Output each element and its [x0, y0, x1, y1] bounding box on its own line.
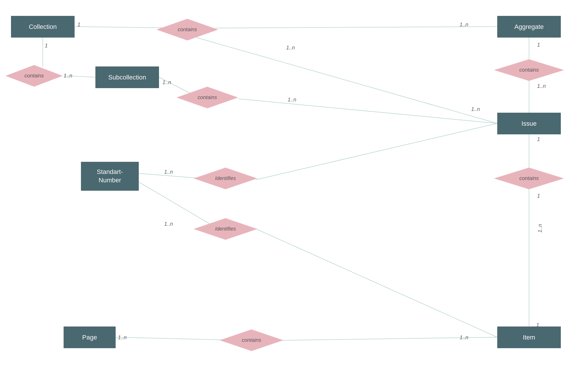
entity-subcollection: Subcollection	[95, 66, 159, 88]
diamond-contains-left: contains	[8, 65, 60, 87]
card-1-contains-issue-bottom: 1	[537, 193, 540, 199]
card-1n-agg-contains-bottom: 1..n	[537, 83, 546, 89]
svg-line-6	[238, 99, 497, 123]
diamond-identifies-bot: Identifies	[197, 218, 254, 240]
diamond-contains-page: contains	[223, 329, 280, 351]
diamond-contains-sub: contains	[179, 87, 235, 108]
card-1n-identifies-top-left: 1..n	[164, 169, 173, 175]
card-1n-identifies-bot-left: 1..n	[164, 221, 173, 227]
card-1n-item-left: 1..n	[460, 335, 468, 341]
entity-issue: Issue	[497, 113, 561, 134]
card-1-issue-top: 1	[537, 136, 540, 142]
card-1n-item-top: 1..n	[537, 224, 543, 233]
card-1-aggregate-bottom: 1	[537, 42, 540, 48]
diamond-contains-issue: contains	[497, 168, 561, 189]
entity-standart-number: Standart-Number	[81, 162, 139, 191]
svg-line-12	[256, 123, 497, 180]
svg-line-1	[215, 27, 497, 28]
card-1n-page-right: 1..n	[118, 335, 127, 341]
card-1n-issue-left: 1..n	[471, 106, 480, 112]
card-1-collection-bottom: 1	[45, 43, 48, 49]
card-1n-aggregate-left: 1..n	[460, 22, 468, 28]
entity-aggregate: Aggregate	[497, 16, 561, 38]
diamond-contains-top: contains	[159, 19, 215, 40]
diagram-container: Collection Aggregate Subcollection Issue…	[0, 0, 588, 371]
diamond-identifies-top: Identifies	[197, 168, 254, 189]
card-1-item-top: 1	[536, 322, 539, 328]
svg-line-14	[256, 229, 497, 337]
svg-line-5	[197, 38, 497, 123]
card-1-collection-right: 1	[77, 22, 80, 28]
card-1n-subcollection-right: 1..n	[162, 79, 171, 86]
card-1n-contains-left-right: 1..n	[64, 73, 72, 79]
entity-collection: Collection	[11, 16, 75, 38]
diamond-contains-agg: contains	[497, 59, 561, 81]
entity-item: Item	[497, 327, 561, 348]
card-1n-diagonal-1: 1..n	[286, 45, 295, 51]
card-1n-diagonal-2: 1..n	[288, 97, 296, 103]
entity-page: Page	[64, 327, 116, 348]
